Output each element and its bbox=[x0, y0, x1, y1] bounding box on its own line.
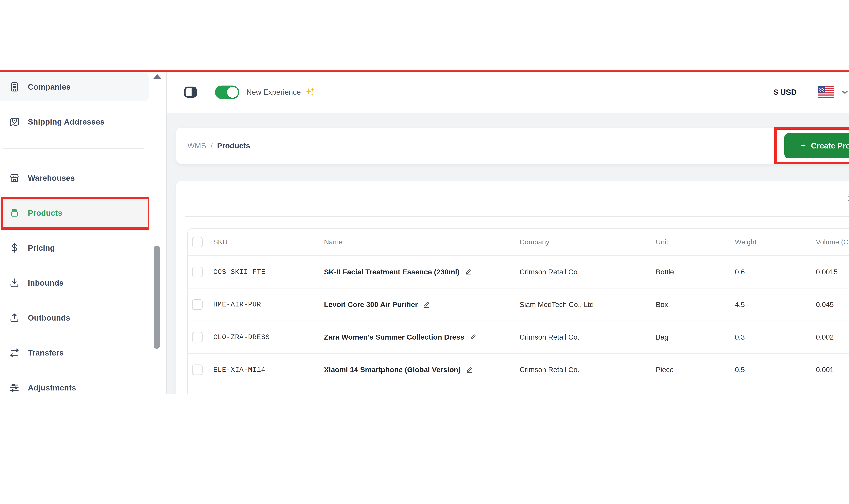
sidebar-item-label: Inbounds bbox=[28, 278, 64, 287]
plus-icon: + bbox=[800, 140, 806, 150]
sidebar-item-adjustments[interactable]: Adjustments bbox=[0, 374, 148, 394]
sidebar-item-companies[interactable]: Companies bbox=[0, 73, 148, 101]
building-icon bbox=[9, 81, 20, 92]
cell-weight: 0.3 bbox=[735, 333, 816, 341]
edit-pencil-icon[interactable] bbox=[423, 301, 430, 308]
breadcrumb-products: Products bbox=[217, 141, 250, 150]
sidebar-item-warehouses[interactable]: Warehouses bbox=[0, 164, 148, 192]
cell-sku: CLO-ZRA-DRESS bbox=[213, 333, 324, 341]
column-header-sku: SKU bbox=[213, 238, 324, 246]
toolbar-divider bbox=[185, 216, 849, 217]
table-toolbar: Filter bbox=[176, 181, 849, 216]
sidebar-item-label: Shipping Addresses bbox=[28, 117, 105, 126]
us-flag-icon[interactable] bbox=[818, 86, 834, 98]
cell-unit: Box bbox=[656, 301, 735, 309]
sidebar-item-shipping-addresses[interactable]: Shipping Addresses bbox=[0, 108, 148, 136]
select-all-checkbox[interactable] bbox=[192, 237, 202, 248]
breadcrumb: WMS / Products bbox=[188, 141, 250, 150]
storefront-icon bbox=[9, 173, 20, 184]
sparkles-icon bbox=[304, 87, 315, 97]
upload-icon bbox=[9, 312, 20, 323]
breadcrumb-card: WMS / Products + Create Product bbox=[176, 128, 849, 164]
cell-volume: 0.0015 bbox=[816, 268, 849, 276]
cell-volume: 0.001 bbox=[816, 366, 849, 374]
filter-sliders-icon bbox=[847, 194, 849, 203]
scrollbar-thumb[interactable] bbox=[154, 246, 160, 349]
column-header-volume-cbm-: Volume (CBM) bbox=[816, 238, 849, 246]
page: CompaniesShipping AddressesWarehousesPro… bbox=[0, 0, 849, 504]
sidebar-collapse-icon[interactable] bbox=[184, 87, 197, 98]
edit-pencil-icon[interactable] bbox=[464, 268, 472, 276]
product-name: Zara Women's Summer Collection Dress bbox=[324, 333, 464, 341]
column-header-company: Company bbox=[519, 238, 656, 246]
sidebar-item-label: Adjustments bbox=[28, 383, 76, 392]
cell-company: Crimson Retail Co. bbox=[519, 268, 656, 276]
edit-pencil-icon[interactable] bbox=[465, 366, 473, 374]
sidebar-section-divider bbox=[3, 148, 144, 149]
cell-name: Xiaomi 14 Smartphone (Global Version) bbox=[324, 365, 519, 374]
annotation-top-line bbox=[0, 70, 849, 72]
products-table-card: Filter SKUNameCompanyUnitWeightVolume (C… bbox=[176, 181, 849, 394]
cell-unit: Piece bbox=[656, 366, 735, 374]
cell-unit: Bottle bbox=[656, 268, 735, 276]
transfer-arrows-icon bbox=[9, 347, 20, 358]
table-row: COS-SKII-FTESK-II Facial Treatment Essen… bbox=[188, 256, 849, 288]
sidebar-item-label: Warehouses bbox=[28, 174, 75, 183]
column-header-name: Name bbox=[324, 238, 519, 246]
row-checkbox[interactable] bbox=[192, 267, 202, 277]
currency-selector[interactable]: $ USD bbox=[774, 88, 797, 97]
cell-name: Levoit Core 300 Air Purifier bbox=[324, 300, 519, 309]
cell-name: Zara Women's Summer Collection Dress bbox=[324, 333, 519, 341]
cell-volume: 0.002 bbox=[816, 333, 849, 341]
products-table: SKUNameCompanyUnitWeightVolume (CBM)COS-… bbox=[187, 228, 849, 394]
dollar-icon bbox=[9, 242, 20, 253]
box-icon bbox=[9, 208, 20, 219]
breadcrumb-separator: / bbox=[211, 141, 213, 150]
cell-sku: HME-AIR-PUR bbox=[213, 301, 324, 308]
content: WMS / Products + Create Product bbox=[167, 113, 849, 394]
table-row-partial bbox=[188, 386, 849, 394]
cell-sku: COS-SKII-FTE bbox=[213, 268, 324, 276]
sidebar-item-label: Transfers bbox=[28, 348, 64, 357]
chevron-down-icon[interactable] bbox=[840, 87, 849, 97]
breadcrumb-wms[interactable]: WMS bbox=[188, 141, 206, 150]
topbar: New Experience $ USD bbox=[167, 72, 849, 113]
sidebar: CompaniesShipping AddressesWarehousesPro… bbox=[0, 72, 148, 394]
table-row: ELE-XIA-MI14Xiaomi 14 Smartphone (Global… bbox=[188, 354, 849, 386]
sidebar-item-products[interactable]: Products bbox=[0, 199, 148, 227]
sidebar-item-label: Pricing bbox=[28, 244, 55, 252]
filter-button[interactable]: Filter bbox=[847, 194, 849, 203]
cell-company: Crimson Retail Co. bbox=[519, 333, 656, 341]
product-name: Levoit Core 300 Air Purifier bbox=[324, 300, 418, 309]
column-header-weight: Weight bbox=[735, 238, 816, 246]
row-checkbox[interactable] bbox=[192, 364, 202, 375]
sidebar-item-label: Products bbox=[28, 209, 62, 218]
sidebar-item-label: Outbounds bbox=[28, 313, 70, 322]
table-row: CLO-ZRA-DRESSZara Women's Summer Collect… bbox=[188, 321, 849, 354]
table-header-row: SKUNameCompanyUnitWeightVolume (CBM) bbox=[188, 229, 849, 256]
cell-weight: 0.6 bbox=[735, 268, 816, 276]
sliders-icon bbox=[9, 382, 20, 393]
scroll-up-triangle-icon[interactable] bbox=[153, 74, 162, 79]
sidebar-item-transfers[interactable]: Transfers bbox=[0, 339, 148, 367]
sidebar-item-label: Companies bbox=[28, 82, 71, 91]
map-pin-icon bbox=[9, 116, 20, 127]
create-product-button[interactable]: + Create Product bbox=[784, 133, 849, 158]
annotation-box-create-product: + Create Product bbox=[774, 127, 849, 164]
new-experience-toggle[interactable] bbox=[215, 86, 239, 99]
table-row: HME-AIR-PURLevoit Core 300 Air PurifierS… bbox=[188, 288, 849, 321]
product-name: SK-II Facial Treatment Essence (230ml) bbox=[324, 268, 459, 276]
row-checkbox[interactable] bbox=[192, 299, 202, 310]
sidebar-item-pricing[interactable]: Pricing bbox=[0, 234, 148, 262]
cell-unit: Bag bbox=[656, 333, 735, 341]
row-checkbox[interactable] bbox=[192, 332, 202, 342]
cell-sku: ELE-XIA-MI14 bbox=[213, 366, 324, 374]
sidebar-item-outbounds[interactable]: Outbounds bbox=[0, 304, 148, 332]
sidebar-item-inbounds[interactable]: Inbounds bbox=[0, 269, 148, 297]
toggle-knob bbox=[227, 87, 238, 98]
cell-weight: 0.5 bbox=[735, 366, 816, 374]
edit-pencil-icon[interactable] bbox=[469, 333, 477, 341]
cell-volume: 0.045 bbox=[816, 301, 849, 309]
sidebar-scrollbar bbox=[148, 72, 166, 394]
new-experience-label: New Experience bbox=[246, 88, 301, 96]
